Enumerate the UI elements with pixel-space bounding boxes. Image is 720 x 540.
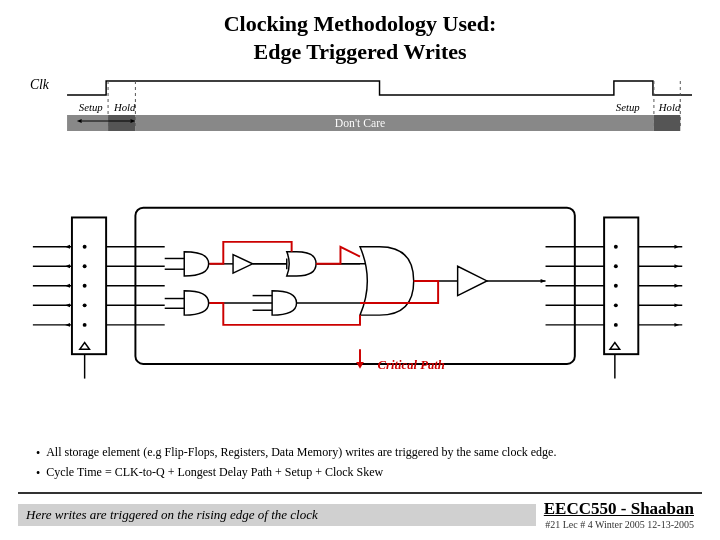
svg-text:Hold: Hold (658, 101, 681, 113)
circuit-svg: Critical Path (28, 141, 692, 440)
svg-marker-34 (65, 303, 70, 307)
bullet-dot: • (36, 465, 40, 482)
svg-point-41 (614, 323, 618, 327)
svg-text:Clk: Clk (30, 77, 50, 92)
bullet-item: • All storage element (e.g Flip-Flops, R… (36, 444, 684, 462)
svg-marker-52 (674, 323, 679, 327)
svg-point-24 (83, 323, 87, 327)
svg-marker-49 (674, 264, 679, 268)
svg-rect-11 (108, 115, 135, 131)
svg-point-37 (614, 245, 618, 249)
svg-rect-13 (654, 115, 680, 131)
bottom-right: EECC550 - Shaaban #21 Lec # 4 Winter 200… (536, 497, 702, 532)
svg-rect-19 (72, 217, 106, 354)
svg-marker-33 (65, 284, 70, 288)
svg-marker-31 (65, 245, 70, 249)
svg-point-39 (614, 284, 618, 288)
svg-rect-36 (604, 217, 638, 354)
svg-rect-9 (135, 115, 653, 131)
svg-rect-53 (135, 208, 574, 364)
page: Clocking Methodology Used: Edge Triggere… (0, 0, 720, 540)
svg-marker-35 (65, 323, 70, 327)
bullet-text: All storage element (e.g Flip-Flops, Reg… (46, 444, 556, 462)
svg-rect-12 (614, 115, 654, 131)
svg-text:Don't Care: Don't Care (335, 116, 386, 130)
bottom-left-text: Here writes are triggered on the rising … (18, 504, 536, 526)
timing-diagram: Clk Setup Hold Setup Hold (28, 73, 692, 135)
slide-title: Clocking Methodology Used: Edge Triggere… (18, 10, 702, 65)
svg-point-20 (83, 245, 87, 249)
svg-text:Setup: Setup (79, 101, 103, 113)
svg-point-21 (83, 264, 87, 268)
bullets-section: • All storage element (e.g Flip-Flops, R… (36, 444, 684, 484)
bullet-dot: • (36, 445, 40, 462)
bullet-item: • Cycle Time = CLK-to-Q + Longest Delay … (36, 464, 684, 482)
eecc-subtitle: #21 Lec # 4 Winter 2005 12-13-2005 (544, 519, 694, 530)
timing-svg: Clk Setup Hold Setup Hold (28, 73, 692, 135)
bottom-bar: Here writes are triggered on the rising … (18, 492, 702, 532)
svg-point-22 (83, 284, 87, 288)
svg-text:Critical Path: Critical Path (378, 358, 445, 372)
svg-marker-48 (674, 245, 679, 249)
svg-marker-50 (674, 284, 679, 288)
svg-marker-83 (356, 362, 364, 369)
svg-text:Hold: Hold (113, 101, 136, 113)
svg-text:Setup: Setup (616, 101, 640, 113)
svg-marker-32 (65, 264, 70, 268)
svg-point-40 (614, 303, 618, 307)
eecc-title: EECC550 - Shaaban (544, 499, 694, 519)
svg-marker-51 (674, 303, 679, 307)
svg-point-23 (83, 303, 87, 307)
bullet-text: Cycle Time = CLK-to-Q + Longest Delay Pa… (46, 464, 383, 482)
svg-rect-10 (67, 115, 108, 131)
svg-point-38 (614, 264, 618, 268)
circuit-section: Critical Path (28, 141, 692, 440)
